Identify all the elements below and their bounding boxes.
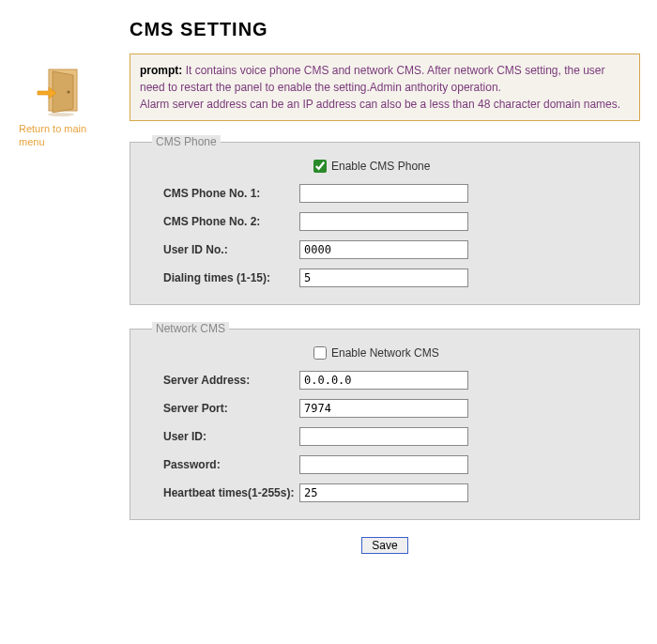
server-address-input[interactable] [299, 371, 468, 390]
cms-phone-2-label: CMS Phone No. 2: [145, 215, 299, 228]
svg-point-2 [48, 113, 74, 116]
network-cms-legend: Network CMS [152, 322, 229, 335]
dialing-times-input[interactable] [299, 268, 468, 287]
heartbeat-input[interactable] [299, 483, 468, 502]
svg-point-1 [67, 90, 69, 93]
cms-phone-legend: CMS Phone [152, 135, 221, 148]
prompt-label: prompt: [140, 64, 182, 77]
user-id-no-label: User ID No.: [145, 243, 299, 256]
save-button[interactable]: Save [361, 537, 407, 554]
cms-phone-fieldset: CMS Phone Enable CMS Phone CMS Phone No.… [130, 135, 640, 305]
password-label: Password: [145, 458, 299, 471]
return-to-main-link[interactable]: Return to main menu [17, 66, 101, 149]
net-user-id-input[interactable] [299, 427, 468, 446]
dialing-times-label: Dialing times (1-15): [145, 271, 299, 284]
server-port-label: Server Port: [145, 402, 299, 415]
password-input[interactable] [299, 455, 468, 474]
enable-network-cms-checkbox[interactable] [313, 346, 327, 360]
prompt-text: It contains voice phone CMS and network … [140, 64, 620, 111]
server-port-input[interactable] [299, 399, 468, 418]
sidebar: Return to main menu [17, 19, 101, 554]
server-address-label: Server Address: [145, 374, 299, 387]
cms-phone-1-label: CMS Phone No. 1: [145, 187, 299, 200]
cms-phone-1-input[interactable] [299, 184, 468, 203]
user-id-no-input[interactable] [299, 240, 468, 259]
network-cms-fieldset: Network CMS Enable Network CMS Server Ad… [130, 322, 640, 520]
prompt-box: prompt: It contains voice phone CMS and … [130, 54, 640, 121]
page-title: CMS SETTING [130, 19, 640, 40]
enable-cms-phone-label: Enable CMS Phone [331, 160, 430, 173]
heartbeat-label: Heartbeat times(1-255s): [145, 486, 299, 499]
net-user-id-label: User ID: [145, 430, 299, 443]
door-exit-icon [36, 66, 83, 117]
enable-cms-phone-checkbox[interactable] [313, 160, 327, 173]
enable-network-cms-label: Enable Network CMS [331, 346, 439, 360]
main-content: CMS SETTING prompt: It contains voice ph… [101, 19, 640, 554]
return-label: Return to main menu [17, 122, 101, 149]
cms-phone-2-input[interactable] [299, 212, 468, 231]
